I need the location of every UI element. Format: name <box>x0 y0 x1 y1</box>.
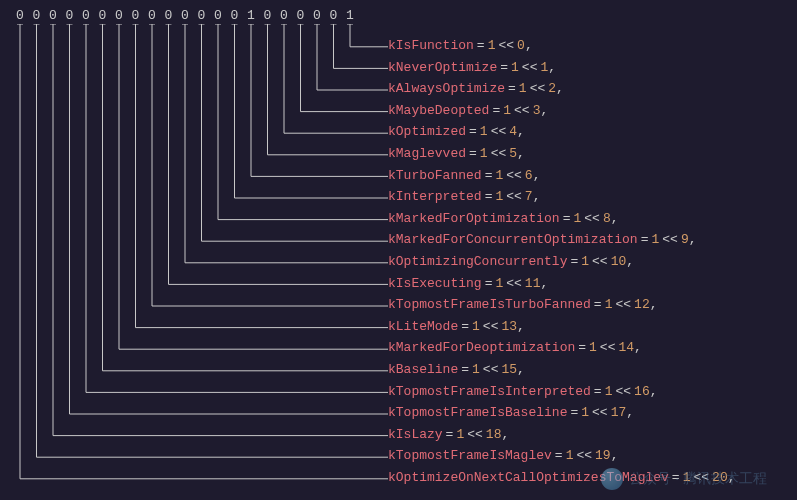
shift-amount: 8 <box>603 211 611 226</box>
flag-name: kMarkedForOptimization <box>388 211 560 226</box>
bit-13: 0 <box>229 8 241 23</box>
shift-operator: << <box>530 81 546 96</box>
flag-row-11: kIsExecuting=1<<11, <box>388 273 736 295</box>
flag-row-18: kIsLazy=1<<18, <box>388 424 736 446</box>
bit-12: 0 <box>212 8 224 23</box>
literal-one: 1 <box>519 81 527 96</box>
bit-18: 0 <box>311 8 323 23</box>
literal-one: 1 <box>581 405 589 420</box>
bit-20: 1 <box>344 8 356 23</box>
flag-row-3: kMaybeDeopted=1<<3, <box>388 100 736 122</box>
watermark-text: 公众号 · 腾讯技术工程 <box>629 470 767 488</box>
shift-operator: << <box>491 124 507 139</box>
flag-name: kIsFunction <box>388 38 474 53</box>
shift-amount: 17 <box>611 405 627 420</box>
literal-one: 1 <box>472 319 480 334</box>
shift-operator: << <box>506 276 522 291</box>
equals-sign: = <box>485 189 493 204</box>
flag-row-6: kTurboFanned=1<<6, <box>388 165 736 187</box>
shift-operator: << <box>498 38 514 53</box>
equals-sign: = <box>492 103 500 118</box>
shift-operator: << <box>506 189 522 204</box>
equals-sign: = <box>500 60 508 75</box>
equals-sign: = <box>508 81 516 96</box>
comma: , <box>611 448 619 463</box>
diagram-container: 000000000000001000001 kIsFunction=1<<0,k… <box>0 0 797 500</box>
flag-name: kTopmostFrameIsMaglev <box>388 448 552 463</box>
literal-one: 1 <box>573 211 581 226</box>
flags-list: kIsFunction=1<<0,kNeverOptimize=1<<1,kAl… <box>388 35 736 488</box>
flag-row-12: kTopmostFrameIsTurboFanned=1<<12, <box>388 294 736 316</box>
literal-one: 1 <box>495 276 503 291</box>
flag-name: kOptimized <box>388 124 466 139</box>
flag-row-17: kTopmostFrameIsBaseline=1<<17, <box>388 402 736 424</box>
equals-sign: = <box>461 362 469 377</box>
shift-amount: 0 <box>517 38 525 53</box>
flag-row-13: kLiteMode=1<<13, <box>388 316 736 338</box>
flag-name: kNeverOptimize <box>388 60 497 75</box>
shift-operator: << <box>615 384 631 399</box>
literal-one: 1 <box>480 146 488 161</box>
flag-name: kIsLazy <box>388 427 443 442</box>
shift-operator: << <box>522 60 538 75</box>
comma: , <box>517 362 525 377</box>
literal-one: 1 <box>511 60 519 75</box>
flag-name: kTurboFanned <box>388 168 482 183</box>
shift-operator: << <box>576 448 592 463</box>
equals-sign: = <box>570 254 578 269</box>
bit-11: 0 <box>196 8 208 23</box>
bits-row: 000000000000001000001 <box>14 8 797 23</box>
equals-sign: = <box>570 405 578 420</box>
shift-operator: << <box>662 232 678 247</box>
comma: , <box>540 103 548 118</box>
literal-one: 1 <box>589 340 597 355</box>
shift-amount: 9 <box>681 232 689 247</box>
flag-row-2: kAlwaysOptimize=1<<2, <box>388 78 736 100</box>
equals-sign: = <box>485 276 493 291</box>
literal-one: 1 <box>605 384 613 399</box>
equals-sign: = <box>469 124 477 139</box>
equals-sign: = <box>461 319 469 334</box>
watermark: 公众号 · 腾讯技术工程 <box>601 468 767 490</box>
flag-row-14: kMarkedForDeoptimization=1<<14, <box>388 337 736 359</box>
literal-one: 1 <box>456 427 464 442</box>
literal-one: 1 <box>566 448 574 463</box>
shift-operator: << <box>506 168 522 183</box>
comma: , <box>556 81 564 96</box>
bit-16: 0 <box>278 8 290 23</box>
flag-name: kTopmostFrameIsTurboFanned <box>388 297 591 312</box>
shift-operator: << <box>467 427 483 442</box>
bit-0: 0 <box>14 8 26 23</box>
literal-one: 1 <box>488 38 496 53</box>
flag-row-10: kOptimizingConcurrently=1<<10, <box>388 251 736 273</box>
shift-amount: 12 <box>634 297 650 312</box>
bit-9: 0 <box>163 8 175 23</box>
flag-row-5: kMaglevved=1<<5, <box>388 143 736 165</box>
literal-one: 1 <box>495 189 503 204</box>
bit-10: 0 <box>179 8 191 23</box>
equals-sign: = <box>594 297 602 312</box>
bit-2: 0 <box>47 8 59 23</box>
comma: , <box>517 319 525 334</box>
shift-amount: 6 <box>525 168 533 183</box>
bit-3: 0 <box>64 8 76 23</box>
shift-amount: 18 <box>486 427 502 442</box>
equals-sign: = <box>641 232 649 247</box>
equals-sign: = <box>485 168 493 183</box>
comma: , <box>517 146 525 161</box>
shift-amount: 14 <box>618 340 634 355</box>
flag-name: kMarkedForDeoptimization <box>388 340 575 355</box>
bit-14: 1 <box>245 8 257 23</box>
bit-5: 0 <box>97 8 109 23</box>
shift-operator: << <box>600 340 616 355</box>
bit-19: 0 <box>328 8 340 23</box>
comma: , <box>517 124 525 139</box>
shift-operator: << <box>483 362 499 377</box>
shift-amount: 16 <box>634 384 650 399</box>
flag-row-16: kTopmostFrameIsInterpreted=1<<16, <box>388 381 736 403</box>
flag-row-9: kMarkedForConcurrentOptimization=1<<9, <box>388 229 736 251</box>
equals-sign: = <box>594 384 602 399</box>
comma: , <box>626 405 634 420</box>
literal-one: 1 <box>605 297 613 312</box>
flag-name: kTopmostFrameIsInterpreted <box>388 384 591 399</box>
